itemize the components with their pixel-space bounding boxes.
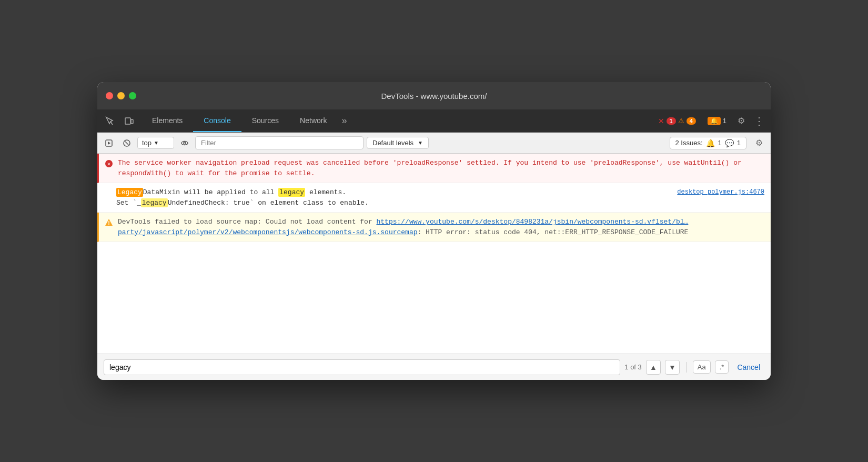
issues-button[interactable]: 2 Issues: 🔔 1 💬 1 bbox=[670, 137, 747, 149]
console-entry-error: ✕ The service worker navigation preload … bbox=[97, 154, 771, 183]
traffic-lights bbox=[106, 92, 136, 99]
case-sensitive-button[interactable]: Aa bbox=[693, 360, 711, 374]
svg-rect-1 bbox=[131, 119, 133, 124]
issues-warning-count: 1 bbox=[718, 139, 722, 147]
highlight-legacy-yellow2: legacy bbox=[141, 198, 168, 207]
levels-selector[interactable]: Default levels ▼ bbox=[367, 137, 429, 149]
context-selector[interactable]: top ▼ bbox=[137, 137, 174, 149]
error-badge-button[interactable]: ✕ 1 ⚠ 4 bbox=[654, 115, 700, 127]
title-bar: DevTools - www.youtube.com/ bbox=[97, 82, 771, 109]
search-count: 1 of 3 bbox=[624, 363, 642, 371]
tabs: Elements Console Sources Network » bbox=[142, 109, 654, 132]
svg-line-5 bbox=[125, 142, 128, 145]
search-input[interactable] bbox=[104, 359, 620, 375]
svg-point-7 bbox=[184, 142, 186, 144]
tab-bar-icons bbox=[102, 109, 137, 132]
devtools-window: DevTools - www.youtube.com/ Elements bbox=[97, 82, 771, 380]
settings-icon[interactable]: ⚙ bbox=[734, 114, 749, 128]
svg-marker-3 bbox=[108, 142, 110, 145]
issues-label: 2 Issues: bbox=[675, 139, 703, 147]
close-button[interactable] bbox=[106, 92, 113, 99]
error-entry-icon: ✕ bbox=[104, 159, 114, 168]
highlight-legacy-yellow: legacy bbox=[278, 188, 305, 197]
eye-icon[interactable] bbox=[177, 136, 192, 150]
search-next-button[interactable]: ▼ bbox=[665, 360, 680, 375]
issues-info-count: 1 bbox=[737, 139, 741, 147]
warning-entry-icon: ! bbox=[104, 218, 114, 227]
tab-network[interactable]: Network bbox=[289, 109, 337, 132]
more-options-icon[interactable]: ⋮ bbox=[752, 114, 766, 128]
more-tabs-button[interactable]: » bbox=[337, 109, 351, 132]
execute-button[interactable] bbox=[102, 136, 116, 150]
tab-console[interactable]: Console bbox=[193, 109, 241, 132]
log-message-line2: Set `_legacyUndefinedCheck: true` on ele… bbox=[116, 198, 764, 208]
highlight-legacy-orange: Legacy bbox=[116, 188, 143, 197]
search-cancel-button[interactable]: Cancel bbox=[733, 361, 764, 374]
warning-icon: ⚠ bbox=[678, 117, 684, 125]
clear-console-button[interactable] bbox=[119, 136, 134, 150]
window-title: DevTools - www.youtube.com/ bbox=[381, 92, 487, 101]
levels-dropdown-icon: ▼ bbox=[418, 140, 423, 146]
console-entry-log: desktop_polymer.js:4670 LegacyDataMixin … bbox=[97, 183, 771, 213]
warning-issue-icon: 🔔 bbox=[706, 139, 715, 147]
search-separator bbox=[686, 362, 687, 373]
context-dropdown-icon: ▼ bbox=[154, 140, 159, 146]
svg-rect-0 bbox=[125, 118, 130, 124]
svg-text:!: ! bbox=[107, 220, 110, 226]
error-icon: ✕ bbox=[658, 117, 664, 125]
svg-text:✕: ✕ bbox=[107, 161, 111, 167]
tab-bar: Elements Console Sources Network » ✕ 1 ⚠… bbox=[97, 109, 771, 133]
minimize-button[interactable] bbox=[117, 92, 125, 99]
maximize-button[interactable] bbox=[129, 92, 136, 99]
info-icon: 🔔 bbox=[708, 117, 721, 125]
search-bar: 1 of 3 ▲ ▼ Aa .* Cancel bbox=[97, 354, 771, 380]
tab-bar-right: ✕ 1 ⚠ 4 🔔 1 ⚙ ⋮ bbox=[654, 109, 766, 132]
info-issue-icon: 💬 bbox=[725, 139, 734, 147]
regex-button[interactable]: .* bbox=[715, 360, 729, 374]
error-message: The service worker navigation preload re… bbox=[118, 159, 742, 177]
device-toolbar-icon[interactable] bbox=[120, 113, 137, 129]
log-message-line1: LegacyDataMixin will be applied to all l… bbox=[116, 187, 764, 198]
error-count-badge: 1 bbox=[667, 117, 676, 125]
filter-input[interactable] bbox=[195, 136, 364, 149]
search-prev-button[interactable]: ▲ bbox=[646, 360, 661, 375]
levels-label: Default levels bbox=[372, 139, 413, 147]
issues-settings-icon[interactable]: ⚙ bbox=[752, 136, 766, 150]
console-content: ✕ The service worker navigation preload … bbox=[97, 154, 771, 354]
console-entry-warning: ! DevTools failed to load source map: Co… bbox=[97, 213, 771, 242]
info-badge-button[interactable]: 🔔 1 bbox=[703, 115, 731, 127]
source-link[interactable]: desktop_polymer.js:4670 bbox=[677, 187, 764, 197]
tab-sources[interactable]: Sources bbox=[241, 109, 289, 132]
console-toolbar: top ▼ Default levels ▼ 2 Issues: 🔔 1 💬 1… bbox=[97, 133, 771, 154]
context-label: top bbox=[142, 139, 152, 147]
inspect-element-icon[interactable] bbox=[102, 113, 118, 129]
info-count: 1 bbox=[723, 117, 726, 125]
tab-elements[interactable]: Elements bbox=[142, 109, 193, 132]
warning-count-badge: 4 bbox=[687, 117, 696, 125]
